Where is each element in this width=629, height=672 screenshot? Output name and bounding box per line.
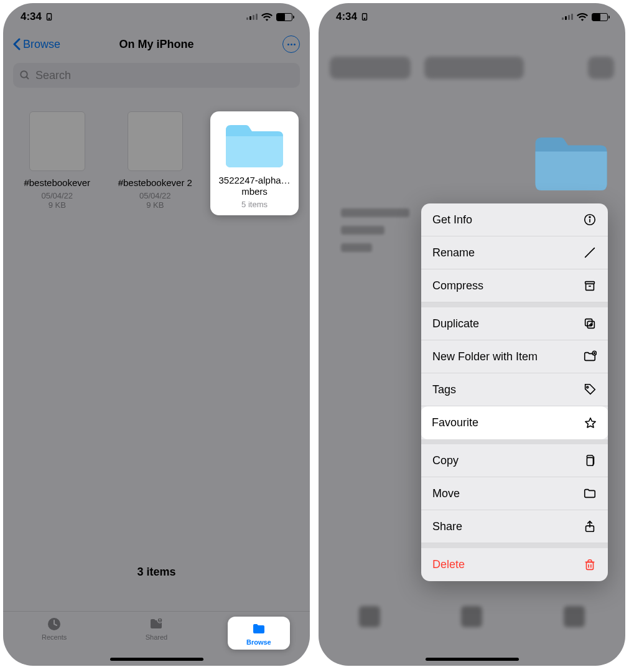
file-date: 05/04/22 — [14, 191, 100, 200]
menu-share[interactable]: Share — [421, 510, 608, 543]
file-grid: #bestebookever 05/04/22 9 KB #bestebooke… — [3, 93, 310, 215]
svg-line-3 — [26, 77, 29, 79]
svg-rect-25 — [587, 562, 594, 569]
folder-icon — [583, 487, 597, 500]
cellular-icon — [562, 14, 573, 20]
trash-icon — [583, 558, 597, 572]
menu-tags[interactable]: Tags — [421, 373, 608, 406]
svg-rect-23 — [587, 457, 593, 465]
file-size: 9 KB — [113, 200, 198, 210]
status-time: 4:34 — [336, 11, 357, 23]
nav-bar: Browse On My iPhone — [3, 30, 310, 58]
search-placeholder: Search — [35, 69, 71, 82]
file-name: #bestebookever 2 — [113, 177, 198, 189]
menu-favourite[interactable]: Favourite — [421, 406, 608, 439]
svg-point-1 — [49, 18, 49, 19]
clock-icon — [45, 617, 63, 632]
menu-delete[interactable]: Delete — [421, 548, 608, 581]
menu-duplicate[interactable]: Duplicate — [421, 307, 608, 340]
status-bar: 4:34 — [319, 3, 625, 30]
more-button[interactable] — [282, 35, 300, 53]
tab-shared[interactable]: Shared — [125, 617, 187, 641]
folder-icon — [223, 120, 286, 170]
copy-icon — [583, 454, 597, 467]
svg-point-8 — [364, 18, 365, 19]
svg-point-22 — [587, 386, 589, 388]
blurred-background — [319, 30, 625, 79]
svg-rect-13 — [586, 284, 594, 290]
right-screenshot: 4:34 Get Info Rename Compress Du — [319, 3, 625, 666]
info-icon — [583, 213, 597, 226]
duplicate-icon — [583, 317, 597, 330]
battery-icon — [276, 13, 292, 21]
file-size: 9 KB — [14, 200, 100, 210]
svg-point-6 — [159, 619, 161, 620]
tab-recents[interactable]: Recents — [23, 617, 85, 641]
back-button[interactable]: Browse — [13, 38, 60, 51]
menu-new-folder-with-item[interactable]: New Folder with Item — [421, 340, 608, 373]
file-thumb — [128, 111, 184, 171]
orientation-lock-icon — [45, 12, 54, 21]
tab-browse[interactable]: Browse — [228, 617, 290, 650]
folder-subtitle: 5 items — [214, 200, 295, 209]
star-icon — [584, 416, 597, 430]
menu-copy[interactable]: Copy — [421, 444, 608, 477]
folder-item-selected[interactable]: 3522247-alpha…mbers 5 items — [210, 111, 299, 215]
item-count: 3 items — [3, 566, 310, 579]
status-bar: 4:34 — [3, 3, 310, 30]
left-screenshot: 4:34 Browse On My iPhone Search #bestebo… — [3, 3, 310, 666]
file-thumb — [29, 111, 85, 171]
orientation-lock-icon — [360, 12, 369, 21]
blurred-tabbar — [319, 606, 625, 627]
search-icon — [19, 70, 30, 81]
menu-move[interactable]: Move — [421, 477, 608, 510]
tag-icon — [583, 383, 597, 396]
wifi-icon — [577, 12, 588, 21]
battery-icon — [592, 13, 608, 21]
status-time: 4:34 — [21, 11, 42, 23]
archive-icon — [583, 279, 597, 292]
pencil-icon — [583, 246, 597, 259]
menu-rename[interactable]: Rename — [421, 236, 608, 269]
wifi-icon — [261, 12, 273, 21]
context-folder-preview — [531, 131, 612, 194]
file-item[interactable]: #bestebookever 05/04/22 9 KB — [14, 111, 100, 215]
menu-compress[interactable]: Compress — [421, 269, 608, 302]
cellular-icon — [246, 14, 258, 20]
file-name: #bestebookever — [14, 177, 100, 189]
file-date: 05/04/22 — [113, 191, 198, 200]
folder-icon — [250, 622, 268, 637]
menu-get-info[interactable]: Get Info — [421, 203, 608, 236]
context-menu: Get Info Rename Compress Duplicate New F… — [421, 203, 608, 581]
folder-plus-icon — [583, 350, 597, 363]
home-indicator[interactable] — [110, 658, 203, 661]
folder-name: 3522247-alpha…mbers — [214, 175, 295, 197]
search-field[interactable]: Search — [13, 63, 300, 88]
home-indicator[interactable] — [426, 658, 519, 661]
shared-folder-icon — [147, 617, 165, 632]
svg-point-11 — [589, 217, 590, 218]
file-item[interactable]: #bestebookever 2 05/04/22 9 KB — [113, 111, 198, 215]
share-icon — [583, 520, 597, 533]
svg-point-2 — [21, 71, 27, 78]
